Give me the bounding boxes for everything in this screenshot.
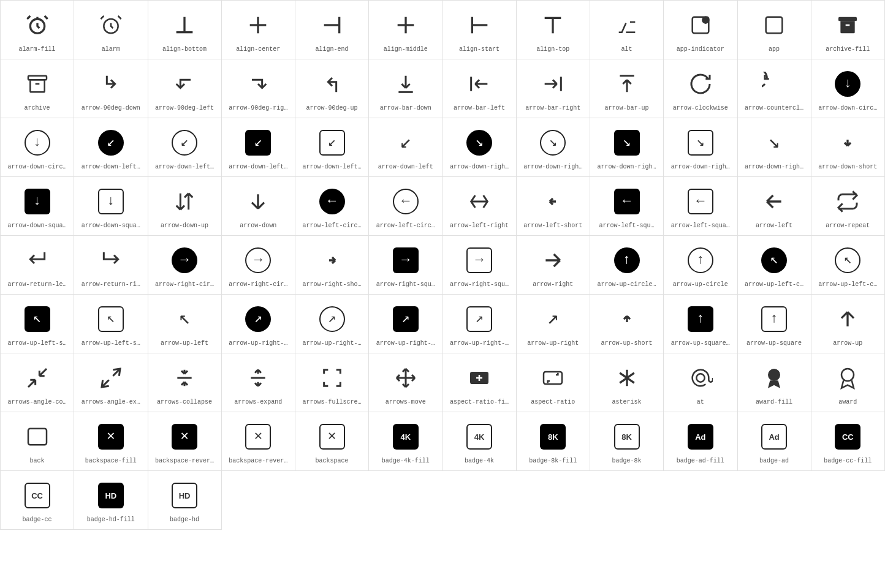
icon-cell-arrow-down-right-circle[interactable]: ↘arrow-down-righ… [517, 118, 590, 177]
icon-cell-align-bottom[interactable]: align-bottom [148, 1, 222, 59]
icon-cell-arrow-up-left-circle-fill[interactable]: ↖arrow-up-left-c… [738, 236, 811, 295]
icon-cell-badge-ad-fill[interactable]: Adbadge-ad-fill [664, 412, 737, 471]
icon-cell-arrows-move[interactable]: arrows-move [369, 353, 442, 412]
icon-cell-arrow-bar-right[interactable]: arrow-bar-right [517, 59, 590, 118]
icon-cell-app-indicator[interactable]: app-indicator [664, 1, 737, 59]
icon-cell-at[interactable]: at [664, 353, 737, 412]
icon-cell-arrow-up-left-square[interactable]: ↖arrow-up-left-s… [74, 295, 148, 353]
icon-cell-arrow-down-left-circle[interactable]: ↙arrow-down-left… [148, 118, 222, 177]
icon-cell-arrow-left-square-fill[interactable]: ←arrow-left-squ… [590, 177, 664, 236]
icon-cell-arrow-down-up[interactable]: arrow-down-up [148, 177, 222, 236]
icon-cell-arrow-down-right-fill[interactable]: ↘arrow-down-righ… [590, 118, 664, 177]
icon-cell-badge-4k[interactable]: 4Kbadge-4k [443, 412, 517, 471]
icon-cell-arrow-return-left[interactable]: arrow-return-le… [1, 236, 74, 295]
icon-cell-arrow-up-right-square-fill[interactable]: ↗arrow-up-right-… [369, 295, 442, 353]
icon-cell-arrow-left-circle[interactable]: ←arrow-left-circ… [369, 177, 442, 236]
icon-cell-arrow-up[interactable]: arrow-up [811, 295, 885, 353]
icon-cell-arrow-bar-down[interactable]: arrow-bar-down [369, 59, 442, 118]
icon-cell-archive[interactable]: archive [1, 59, 74, 118]
icon-cell-arrow-right-short[interactable]: arrow-right-sho… [295, 236, 369, 295]
icon-cell-archive-fill[interactable]: archive-fill [811, 1, 885, 59]
icon-cell-arrow-up-square[interactable]: ↑arrow-up-square [738, 295, 811, 353]
icon-cell-arrows-expand[interactable]: arrows-expand [222, 353, 295, 412]
icon-cell-alarm-fill[interactable]: alarm-fill [1, 1, 74, 59]
icon-cell-arrow-down-square-fill[interactable]: ↓arrow-down-squa… [1, 177, 74, 236]
icon-cell-arrow-down-right-square[interactable]: ↘arrow-down-righ… [664, 118, 737, 177]
icon-cell-backspace-reverse[interactable]: ✕backspace-rever… [222, 412, 295, 471]
icon-cell-arrow-down-left-circle-fill[interactable]: ↙arrow-down-left… [74, 118, 148, 177]
icon-cell-aspect-ratio[interactable]: aspect-ratio [517, 353, 590, 412]
icon-cell-app[interactable]: app [738, 1, 811, 59]
icon-cell-badge-4k-fill[interactable]: 4Kbadge-4k-fill [369, 412, 442, 471]
icon-cell-alarm[interactable]: alarm [74, 1, 148, 59]
icon-cell-arrow-left-short[interactable]: arrow-left-short [517, 177, 590, 236]
icon-cell-arrow-down-short[interactable]: arrow-down-short [811, 118, 885, 177]
icon-cell-award-fill[interactable]: award-fill [738, 353, 811, 412]
icon-cell-arrow-down-left-square[interactable]: ↙arrow-down-left… [295, 118, 369, 177]
icon-cell-alt[interactable]: alt [590, 1, 664, 59]
icon-cell-arrows-collapse[interactable]: arrows-collapse [148, 353, 222, 412]
icon-cell-arrow-left-square[interactable]: ←arrow-left-squa… [664, 177, 737, 236]
icon-cell-arrow-down-square[interactable]: ↓arrow-down-squa… [74, 177, 148, 236]
icon-cell-backspace[interactable]: ✕backspace [295, 412, 369, 471]
icon-cell-badge-hd-fill[interactable]: HDbadge-hd-fill [74, 471, 148, 530]
icon-cell-arrow-down-left-fill[interactable]: ↙arrow-down-left… [222, 118, 295, 177]
icon-cell-arrow-counterclockwise[interactable]: arrow-countercl… [738, 59, 811, 118]
icon-cell-badge-hd[interactable]: HDbadge-hd [148, 471, 222, 530]
icon-cell-arrow-right-circle-fill[interactable]: →arrow-right-cir… [148, 236, 222, 295]
icon-cell-arrow-bar-up[interactable]: arrow-bar-up [590, 59, 664, 118]
icon-cell-align-center[interactable]: align-center [222, 1, 295, 59]
svg-rect-5 [250, 24, 267, 26]
icon-cell-arrow-right-circle[interactable]: →arrow-right-cir… [222, 236, 295, 295]
icon-cell-arrow-up-circle[interactable]: ↑arrow-up-circle [664, 236, 737, 295]
icon-cell-arrow-bar-left[interactable]: arrow-bar-left [443, 59, 517, 118]
icon-cell-arrow-return-right[interactable]: arrow-return-ri… [74, 236, 148, 295]
icon-cell-arrow-up-left-square-fill[interactable]: ↖arrow-up-left-s… [1, 295, 74, 353]
icon-cell-arrow-right-square[interactable]: →arrow-right-squ… [443, 236, 517, 295]
icon-cell-arrow-right-square-fill[interactable]: →arrow-right-squ… [369, 236, 442, 295]
icon-cell-back[interactable]: back [1, 412, 74, 471]
icon-cell-align-top[interactable]: align-top [517, 1, 590, 59]
icon-cell-arrow-left[interactable]: arrow-left [738, 177, 811, 236]
icon-cell-arrow-up-right-square[interactable]: ↗arrow-up-right-… [443, 295, 517, 353]
icon-cell-arrow-up-left[interactable]: ↖arrow-up-left [148, 295, 222, 353]
icon-cell-arrow-down-circle-fill[interactable]: ↓arrow-down-circ… [811, 59, 885, 118]
icon-cell-arrow-90deg-up[interactable]: arrow-90deg-up [295, 59, 369, 118]
icon-cell-align-start[interactable]: align-start [443, 1, 517, 59]
icon-cell-badge-8k-fill[interactable]: 8Kbadge-8k-fill [517, 412, 590, 471]
icon-cell-backspace-fill[interactable]: ✕backspace-fill [74, 412, 148, 471]
icon-cell-arrows-fullscreen[interactable]: arrows-fullscre… [295, 353, 369, 412]
icon-cell-arrow-left-right[interactable]: arrow-left-right [443, 177, 517, 236]
icon-cell-align-middle[interactable]: align-middle [369, 1, 442, 59]
icon-cell-arrow-up-right[interactable]: ↗arrow-up-right [517, 295, 590, 353]
icon-cell-aspect-ratio-fill[interactable]: aspect-ratio-fi… [443, 353, 517, 412]
icon-cell-arrow-down-right[interactable]: ↘arrow-down-righ… [738, 118, 811, 177]
icon-cell-arrow-90deg-left[interactable]: arrow-90deg-left [148, 59, 222, 118]
icon-cell-asterisk[interactable]: asterisk [590, 353, 664, 412]
icon-cell-arrows-angle-contract[interactable]: arrows-angle-co… [1, 353, 74, 412]
icon-cell-badge-cc[interactable]: CCbadge-cc [1, 471, 74, 530]
icon-cell-arrow-90deg-down[interactable]: arrow-90deg-down [74, 59, 148, 118]
icon-cell-badge-cc-fill[interactable]: CCbadge-cc-fill [811, 412, 885, 471]
icon-cell-backspace-reverse-fill[interactable]: ✕backspace-rever… [148, 412, 222, 471]
icon-cell-arrow-down-circle[interactable]: ↓arrow-down-circ… [1, 118, 74, 177]
icon-cell-arrow-left-circle-fill[interactable]: ←arrow-left-circ… [295, 177, 369, 236]
icon-cell-arrow-right[interactable]: arrow-right [517, 236, 590, 295]
icon-cell-arrow-down[interactable]: arrow-down [222, 177, 295, 236]
icon-cell-arrow-clockwise[interactable]: arrow-clockwise [664, 59, 737, 118]
icon-cell-arrows-angle-expand[interactable]: arrows-angle-ex… [74, 353, 148, 412]
icon-cell-badge-8k[interactable]: 8Kbadge-8k [590, 412, 664, 471]
icon-cell-arrow-up-short[interactable]: arrow-up-short [590, 295, 664, 353]
icon-cell-arrow-up-right-circle-fill[interactable]: ↗arrow-up-right-… [222, 295, 295, 353]
icon-cell-arrow-up-right-circle[interactable]: ↗arrow-up-right-… [295, 295, 369, 353]
icon-cell-arrow-up-square-fill[interactable]: ↑arrow-up-square… [664, 295, 737, 353]
icon-cell-arrow-90deg-right[interactable]: arrow-90deg-rig… [222, 59, 295, 118]
icon-cell-arrow-down-right-circle-fill[interactable]: ↘arrow-down-righ… [443, 118, 517, 177]
icon-cell-arrow-up-left-circle[interactable]: ↖arrow-up-left-c… [811, 236, 885, 295]
icon-cell-badge-ad[interactable]: Adbadge-ad [738, 412, 811, 471]
icon-cell-award[interactable]: award [811, 353, 885, 412]
icon-cell-arrow-up-circle-fill[interactable]: ↑arrow-up-circle… [590, 236, 664, 295]
icon-cell-arrow-down-left[interactable]: ↙arrow-down-left [369, 118, 442, 177]
icon-cell-arrow-repeat[interactable]: arrow-repeat [811, 177, 885, 236]
icon-cell-align-end[interactable]: align-end [295, 1, 369, 59]
